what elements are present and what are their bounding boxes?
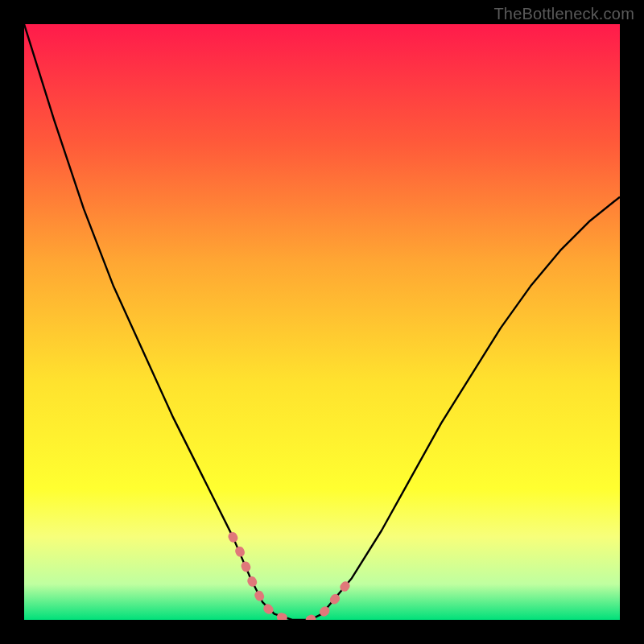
chart-background-gradient xyxy=(24,24,620,620)
watermark-text: TheBottleneck.com xyxy=(493,5,634,23)
chart-svg xyxy=(24,24,620,620)
chart-container: TheBottleneck.com xyxy=(0,0,644,644)
plot-area xyxy=(24,24,620,620)
